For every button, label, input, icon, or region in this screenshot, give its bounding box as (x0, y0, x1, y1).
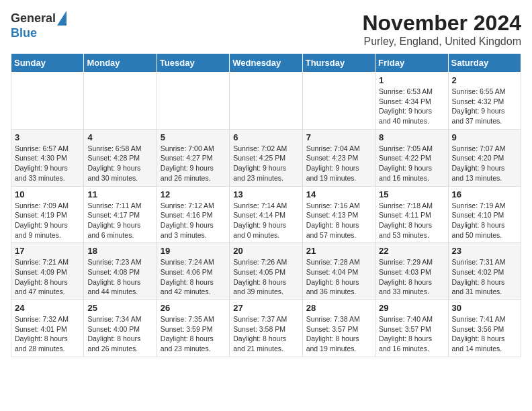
calendar-cell: 23Sunrise: 7:31 AM Sunset: 4:02 PM Dayli… (448, 243, 521, 300)
header-day-tuesday: Tuesday (157, 54, 229, 73)
day-number: 28 (306, 303, 371, 313)
title-area: November 2024 Purley, England, United Ki… (362, 11, 521, 48)
day-info: Sunrise: 7:00 AM Sunset: 4:27 PM Dayligh… (161, 144, 226, 183)
day-info: Sunrise: 7:34 AM Sunset: 4:00 PM Dayligh… (87, 314, 152, 354)
day-info: Sunrise: 6:53 AM Sunset: 4:34 PM Dayligh… (379, 87, 444, 126)
day-info: Sunrise: 7:02 AM Sunset: 4:25 PM Dayligh… (233, 144, 298, 183)
calendar-week-1: 1Sunrise: 6:53 AM Sunset: 4:34 PM Daylig… (11, 73, 521, 130)
calendar-cell (157, 73, 229, 130)
day-number: 21 (306, 246, 371, 256)
location-subtitle: Purley, England, United Kingdom (362, 36, 521, 48)
calendar-cell: 20Sunrise: 7:26 AM Sunset: 4:05 PM Dayli… (230, 243, 302, 300)
calendar-cell (11, 73, 84, 130)
day-info: Sunrise: 7:38 AM Sunset: 3:57 PM Dayligh… (306, 314, 371, 354)
day-info: Sunrise: 7:04 AM Sunset: 4:23 PM Dayligh… (306, 144, 371, 183)
day-number: 25 (87, 303, 152, 313)
day-number: 27 (233, 303, 298, 313)
day-number: 1 (379, 75, 444, 85)
day-info: Sunrise: 7:32 AM Sunset: 4:01 PM Dayligh… (15, 314, 80, 354)
day-info: Sunrise: 7:40 AM Sunset: 3:57 PM Dayligh… (379, 314, 444, 354)
day-info: Sunrise: 7:41 AM Sunset: 3:56 PM Dayligh… (452, 314, 517, 354)
calendar-cell: 24Sunrise: 7:32 AM Sunset: 4:01 PM Dayli… (11, 300, 84, 357)
calendar-cell: 10Sunrise: 7:09 AM Sunset: 4:19 PM Dayli… (11, 186, 84, 243)
day-number: 30 (452, 303, 517, 313)
calendar-cell: 27Sunrise: 7:37 AM Sunset: 3:58 PM Dayli… (230, 300, 302, 357)
day-info: Sunrise: 7:14 AM Sunset: 4:14 PM Dayligh… (233, 201, 298, 240)
day-number: 2 (452, 75, 517, 85)
calendar-cell (302, 73, 375, 130)
calendar-cell: 13Sunrise: 7:14 AM Sunset: 4:14 PM Dayli… (230, 186, 302, 243)
calendar-cell: 26Sunrise: 7:35 AM Sunset: 3:59 PM Dayli… (157, 300, 229, 357)
day-number: 5 (161, 132, 226, 142)
calendar-cell: 7Sunrise: 7:04 AM Sunset: 4:23 PM Daylig… (302, 129, 375, 186)
calendar-cell: 12Sunrise: 7:12 AM Sunset: 4:16 PM Dayli… (157, 186, 229, 243)
day-number: 12 (161, 189, 226, 199)
calendar-cell: 4Sunrise: 6:58 AM Sunset: 4:28 PM Daylig… (84, 129, 157, 186)
header-day-thursday: Thursday (302, 54, 375, 73)
day-number: 13 (233, 189, 298, 199)
calendar-cell: 6Sunrise: 7:02 AM Sunset: 4:25 PM Daylig… (230, 129, 302, 186)
calendar-cell: 5Sunrise: 7:00 AM Sunset: 4:27 PM Daylig… (157, 129, 229, 186)
day-number: 10 (15, 189, 80, 199)
header-day-wednesday: Wednesday (230, 54, 302, 73)
day-number: 24 (15, 303, 80, 313)
day-info: Sunrise: 7:19 AM Sunset: 4:10 PM Dayligh… (452, 201, 517, 240)
calendar-cell: 18Sunrise: 7:23 AM Sunset: 4:08 PM Dayli… (84, 243, 157, 300)
day-number: 15 (379, 189, 444, 199)
calendar-cell: 25Sunrise: 7:34 AM Sunset: 4:00 PM Dayli… (84, 300, 157, 357)
header: General Blue November 2024 Purley, Engla… (11, 11, 521, 48)
day-info: Sunrise: 7:35 AM Sunset: 3:59 PM Dayligh… (161, 314, 226, 354)
day-info: Sunrise: 7:18 AM Sunset: 4:11 PM Dayligh… (379, 201, 444, 240)
calendar-header-row: SundayMondayTuesdayWednesdayThursdayFrid… (11, 54, 521, 73)
header-day-sunday: Sunday (11, 54, 84, 73)
calendar-cell: 28Sunrise: 7:38 AM Sunset: 3:57 PM Dayli… (302, 300, 375, 357)
calendar-cell: 8Sunrise: 7:05 AM Sunset: 4:22 PM Daylig… (375, 129, 448, 186)
calendar-cell (230, 73, 302, 130)
calendar-cell: 2Sunrise: 6:55 AM Sunset: 4:32 PM Daylig… (448, 73, 521, 130)
day-info: Sunrise: 7:09 AM Sunset: 4:19 PM Dayligh… (15, 201, 80, 240)
calendar-week-2: 3Sunrise: 6:57 AM Sunset: 4:30 PM Daylig… (11, 129, 521, 186)
calendar-cell: 29Sunrise: 7:40 AM Sunset: 3:57 PM Dayli… (375, 300, 448, 357)
header-day-friday: Friday (375, 54, 448, 73)
calendar-week-4: 17Sunrise: 7:21 AM Sunset: 4:09 PM Dayli… (11, 243, 521, 300)
calendar-cell: 21Sunrise: 7:28 AM Sunset: 4:04 PM Dayli… (302, 243, 375, 300)
calendar-cell: 3Sunrise: 6:57 AM Sunset: 4:30 PM Daylig… (11, 129, 84, 186)
day-info: Sunrise: 7:16 AM Sunset: 4:13 PM Dayligh… (306, 201, 371, 240)
day-number: 26 (161, 303, 226, 313)
calendar-cell: 15Sunrise: 7:18 AM Sunset: 4:11 PM Dayli… (375, 186, 448, 243)
day-number: 20 (233, 246, 298, 256)
logo: General Blue (11, 11, 66, 40)
calendar-week-3: 10Sunrise: 7:09 AM Sunset: 4:19 PM Dayli… (11, 186, 521, 243)
calendar-cell: 17Sunrise: 7:21 AM Sunset: 4:09 PM Dayli… (11, 243, 84, 300)
day-number: 22 (379, 246, 444, 256)
month-title: November 2024 (362, 11, 521, 36)
day-number: 4 (87, 132, 152, 142)
day-info: Sunrise: 7:21 AM Sunset: 4:09 PM Dayligh… (15, 257, 80, 297)
day-number: 23 (452, 246, 517, 256)
day-number: 17 (15, 246, 80, 256)
calendar-cell: 22Sunrise: 7:29 AM Sunset: 4:03 PM Dayli… (375, 243, 448, 300)
day-number: 8 (379, 132, 444, 142)
day-number: 18 (87, 246, 152, 256)
day-info: Sunrise: 7:11 AM Sunset: 4:17 PM Dayligh… (87, 201, 152, 240)
header-day-saturday: Saturday (448, 54, 521, 73)
day-info: Sunrise: 7:12 AM Sunset: 4:16 PM Dayligh… (161, 201, 226, 240)
calendar-cell (84, 73, 157, 130)
day-number: 6 (233, 132, 298, 142)
calendar-cell: 9Sunrise: 7:07 AM Sunset: 4:20 PM Daylig… (448, 129, 521, 186)
day-number: 11 (87, 189, 152, 199)
day-info: Sunrise: 7:07 AM Sunset: 4:20 PM Dayligh… (452, 144, 517, 183)
day-info: Sunrise: 7:24 AM Sunset: 4:06 PM Dayligh… (161, 257, 226, 297)
day-number: 19 (161, 246, 226, 256)
day-info: Sunrise: 7:28 AM Sunset: 4:04 PM Dayligh… (306, 257, 371, 297)
calendar-cell: 14Sunrise: 7:16 AM Sunset: 4:13 PM Dayli… (302, 186, 375, 243)
calendar-cell: 30Sunrise: 7:41 AM Sunset: 3:56 PM Dayli… (448, 300, 521, 357)
logo-blue: Blue (11, 27, 37, 40)
day-info: Sunrise: 7:26 AM Sunset: 4:05 PM Dayligh… (233, 257, 298, 297)
day-info: Sunrise: 6:57 AM Sunset: 4:30 PM Dayligh… (15, 144, 80, 183)
day-info: Sunrise: 6:58 AM Sunset: 4:28 PM Dayligh… (87, 144, 152, 183)
day-number: 3 (15, 132, 80, 142)
day-number: 16 (452, 189, 517, 199)
day-info: Sunrise: 6:55 AM Sunset: 4:32 PM Dayligh… (452, 87, 517, 126)
header-day-monday: Monday (84, 54, 157, 73)
